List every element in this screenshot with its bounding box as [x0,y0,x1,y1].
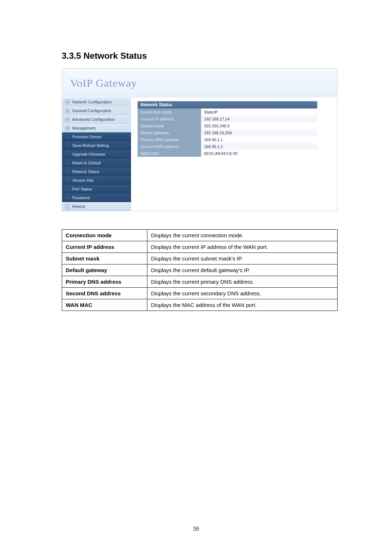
page-number: 59 [0,526,392,532]
table-row: Connection modeStaticIP [138,108,317,115]
sidebar-item-8[interactable]: ▹Network Status [62,167,131,176]
status-key: Connection mode [138,108,201,115]
status-value: 255.255.248.0 [201,122,317,129]
chevron-icon: ▹ [65,169,70,174]
desc-name: Primary DNS address [62,276,147,288]
chevron-icon: ▹ [65,143,70,148]
sidebar-item-label: Version Info. [72,178,94,182]
table-row: Current IP address192.168.17.14 [138,115,317,122]
sidebar-item-9[interactable]: ▹Version Info. [62,176,131,185]
status-value: 168.95.1.1 [201,136,317,143]
sidebar-item-label: Network Configuration [72,100,112,104]
table-row: Second DNS addressDisplays the current s… [62,288,338,299]
status-value: 192.168.17.14 [201,115,317,122]
status-key: Subnet mask [138,122,201,129]
chevron-icon: ▹ [65,186,70,192]
sidebar-item-label: Password [72,196,90,200]
desc-name: Connection mode [62,230,147,241]
chevron-icon: ▸ [65,117,70,122]
sidebar-item-label: Reboot [72,204,85,209]
sidebar-item-4[interactable]: ▹Provision Server [62,132,131,141]
desc-name: Second DNS address [62,288,147,299]
desc-text: Displays the current primary DNS address… [147,276,338,288]
status-value: 00:01:A8:04:CE:9C [201,150,317,157]
table-row: Subnet maskDisplays the current subnet m… [62,253,338,264]
sidebar: ▸Network Configuration▸General Configura… [62,98,131,211]
sidebar-item-0[interactable]: ▸Network Configuration [62,98,131,106]
status-key: Default gateway [138,129,201,136]
table-row: WAN MAC00:01:A8:04:CE:9C [138,150,317,157]
table-row: WAN MACDisplays the MAC address of the W… [62,299,338,311]
chevron-icon: ▹ [65,178,70,183]
sidebar-item-5[interactable]: ▹Save-Reload Setting [62,141,131,150]
sidebar-item-label: Advanced Configuration [72,117,115,122]
app-header: VoIP Gateway [62,69,337,98]
sidebar-item-6[interactable]: ▹Upgrade Firmware [62,150,131,159]
description-table: Connection modeDisplays the current conn… [62,229,338,311]
table-row: Connection modeDisplays the current conn… [62,230,338,241]
sidebar-item-label: General Configuration [72,108,111,113]
desc-name: Subnet mask [62,253,147,264]
desc-text: Displays the current secondary DNS addre… [147,288,338,299]
sidebar-item-label: Network Status [72,169,99,174]
sidebar-item-2[interactable]: ▸Advanced Configuration [62,115,131,124]
desc-name: Current IP address [62,241,147,253]
chevron-icon: ▹ [65,195,70,200]
desc-text: Displays the current connection mode. [147,230,338,241]
table-row: Default gatewayDisplays the current defa… [62,264,338,276]
table-row: Primary DNS address168.95.1.1 [138,136,317,143]
sidebar-item-label: Reset to Default [72,161,101,165]
section-heading: 3.3.5 Network Status [62,51,334,61]
desc-name: WAN MAC [62,299,147,311]
status-key: Current IP address [138,115,201,122]
embedded-screenshot: VoIP Gateway ▸Network Configuration▸Gene… [62,68,338,211]
sidebar-item-11[interactable]: ▹Password [62,193,131,202]
content-area: Network Status Connection modeStaticIPCu… [131,98,337,211]
sidebar-item-12[interactable]: Reboot [62,202,131,211]
desc-text: Displays the current subnet mask's IP. [147,253,338,264]
table-row: Second DNS address168.95.1.2 [138,143,317,150]
chevron-icon: ▸ [65,99,70,104]
chevron-icon: ▹ [65,152,70,157]
sidebar-item-3[interactable]: ▾Management [62,124,131,132]
desc-text: Displays the current default gateway's I… [147,264,338,276]
app-logo-text: VoIP Gateway [70,77,137,89]
desc-text: Displays the MAC address of the WAN port… [147,299,338,311]
table-row: Primary DNS addressDisplays the current … [62,276,338,288]
chevron-icon: ▾ [65,126,70,131]
sidebar-item-7[interactable]: ▹Reset to Default [62,159,131,167]
sidebar-item-label: Upgrade Firmware [72,152,105,156]
chevron-icon: ▹ [65,134,70,139]
sidebar-item-label: Provision Server [72,135,102,139]
status-value: 168.95.1.2 [201,143,317,150]
desc-name: Default gateway [62,264,147,276]
desc-text: Displays the current IP address of the W… [147,241,338,253]
sidebar-item-1[interactable]: ▸General Configuration [62,106,131,115]
table-row: Subnet mask255.255.248.0 [138,122,317,129]
chevron-icon [65,204,70,209]
sidebar-item-10[interactable]: ▹Port Status [62,185,131,193]
status-value: StaticIP [201,108,317,115]
table-row: Current IP addressDisplays the current I… [62,241,338,253]
sidebar-item-label: Management [72,126,95,130]
network-status-table: Connection modeStaticIPCurrent IP addres… [138,108,317,157]
table-row: Default gateway192.168.16.254 [138,129,317,136]
status-key: Second DNS address [138,143,201,150]
status-key: Primary DNS address [138,136,201,143]
chevron-icon: ▸ [65,108,70,113]
sidebar-item-label: Port Status [72,187,92,191]
sidebar-item-label: Save-Reload Setting [72,143,109,148]
chevron-icon: ▹ [65,160,70,165]
status-value: 192.168.16.254 [201,129,317,136]
status-key: WAN MAC [138,150,201,157]
panel-title: Network Status [138,101,317,108]
